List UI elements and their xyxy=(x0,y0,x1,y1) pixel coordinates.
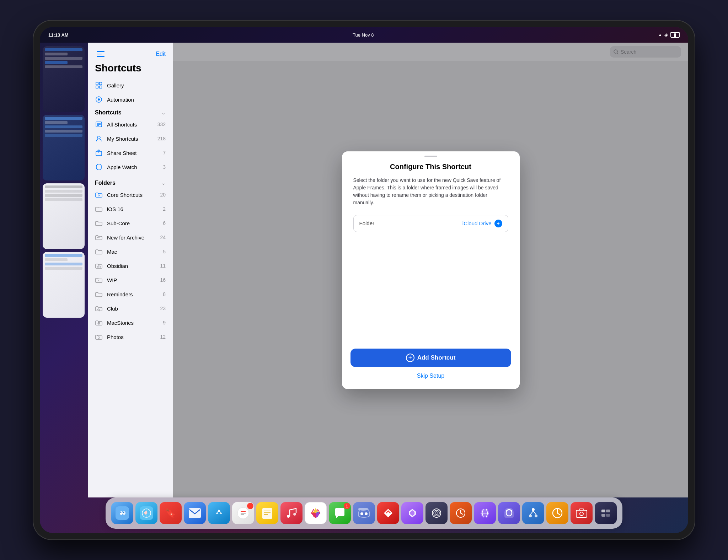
macstories-count: 9 xyxy=(163,320,166,325)
dock-app-mastodon[interactable] xyxy=(498,502,520,524)
dock-app-rottenshot[interactable] xyxy=(571,502,593,524)
dock-app-time-machine[interactable] xyxy=(450,502,472,524)
apple-watch-icon xyxy=(95,163,103,171)
folder-label: Folder xyxy=(359,220,375,226)
svg-rect-2 xyxy=(97,56,105,57)
dock-app-notes[interactable] xyxy=(256,502,278,524)
svg-rect-26 xyxy=(100,266,101,268)
photos-folder-label: Photos xyxy=(107,334,156,340)
svg-line-66 xyxy=(533,511,536,515)
edit-button[interactable]: Edit xyxy=(156,51,166,57)
dock-app-shortcuts[interactable] xyxy=(474,502,496,524)
dock-app-music[interactable] xyxy=(280,502,303,524)
dock-app-photos[interactable] xyxy=(305,502,327,524)
skip-setup-button[interactable]: Skip Setup xyxy=(350,371,511,381)
svg-point-34 xyxy=(120,511,123,515)
folders-section-title: Folders xyxy=(95,180,116,186)
all-shortcuts-count: 332 xyxy=(157,122,166,127)
sidebar-item-club[interactable]: Club 23 xyxy=(88,301,173,316)
my-shortcuts-label: My Shortcuts xyxy=(107,136,153,142)
all-shortcuts-icon xyxy=(95,120,103,128)
svg-point-69 xyxy=(580,512,583,516)
core-shortcuts-icon xyxy=(95,191,103,199)
sidebar-item-all-shortcuts[interactable]: All Shortcuts 332 xyxy=(88,117,173,131)
wip-label: WIP xyxy=(107,277,156,283)
dock: 🔖 xyxy=(106,497,622,529)
dock-app-mail[interactable] xyxy=(184,502,206,524)
sidebar-item-sub-core[interactable]: Sub-Core 6 xyxy=(88,216,173,230)
svg-rect-70 xyxy=(601,510,605,512)
dock-app-reeder[interactable] xyxy=(377,502,399,524)
sidebar-item-automation[interactable]: Automation xyxy=(88,92,173,107)
sidebar-item-photos-folder[interactable]: Photos 12 xyxy=(88,330,173,344)
modal-spacer xyxy=(353,241,508,340)
svg-point-54 xyxy=(360,512,363,515)
sidebar-item-core-shortcuts[interactable]: Core Shortcuts 20 xyxy=(88,188,173,202)
dock-app-goodlinks[interactable]: 🔖 xyxy=(160,502,182,524)
sidebar-item-new-archive[interactable]: New for Archive 24 xyxy=(88,230,173,244)
photos-folder-count: 12 xyxy=(160,334,166,340)
svg-point-20 xyxy=(98,195,100,196)
dock-app-safari[interactable] xyxy=(135,502,157,524)
apple-watch-label: Apple Watch xyxy=(107,164,159,170)
sidebar-item-my-shortcuts[interactable]: My Shortcuts 218 xyxy=(88,131,173,146)
dock-app-discord[interactable] xyxy=(353,502,375,524)
sidebar-item-macstories[interactable]: MacStories 9 xyxy=(88,316,173,330)
gallery-icon xyxy=(95,81,103,89)
svg-rect-3 xyxy=(96,82,98,85)
svg-point-63 xyxy=(529,515,532,517)
dock-app-touch-id[interactable] xyxy=(425,502,448,524)
automation-icon xyxy=(95,96,103,103)
folders-section-header: Folders ⌄ xyxy=(88,177,173,188)
svg-rect-22 xyxy=(98,237,99,238)
add-shortcut-circle-icon: + xyxy=(406,354,414,362)
add-shortcut-button[interactable]: + Add Shortcut xyxy=(350,349,511,367)
svg-point-62 xyxy=(532,508,535,511)
dock-app-appstore[interactable] xyxy=(208,502,230,524)
ios16-count: 2 xyxy=(163,206,166,212)
macstories-icon xyxy=(95,319,103,327)
svg-rect-6 xyxy=(100,86,102,88)
sub-core-label: Sub-Core xyxy=(107,220,159,226)
status-indicators: ▲ ◈ ▮ xyxy=(658,32,680,38)
svg-rect-21 xyxy=(97,237,98,238)
folder-plus-icon[interactable]: + xyxy=(494,220,502,227)
sidebar-item-obsidian[interactable]: Obsidian 11 xyxy=(88,259,173,273)
sidebar-item-wip[interactable]: WIP 16 xyxy=(88,273,173,287)
gallery-label: Gallery xyxy=(107,82,166,88)
sidebar-item-reminders[interactable]: Reminders 8 xyxy=(88,287,173,301)
mac-folder-icon xyxy=(95,248,103,255)
svg-rect-1 xyxy=(97,54,102,54)
ipad-screen: 11:13 AM Tue Nov 8 ▲ ◈ ▮ xyxy=(40,27,688,533)
svg-rect-72 xyxy=(601,514,605,517)
folders-chevron-icon: ⌄ xyxy=(161,180,166,186)
my-shortcuts-count: 218 xyxy=(157,136,166,141)
sidebar-collapse-button[interactable] xyxy=(95,48,106,60)
mac-count: 5 xyxy=(163,249,166,254)
svg-rect-15 xyxy=(96,165,101,169)
sidebar-item-gallery[interactable]: Gallery xyxy=(88,78,173,92)
dock-app-reminders[interactable] xyxy=(232,502,254,524)
obsidian-count: 11 xyxy=(160,263,166,269)
sidebar-item-ios16[interactable]: iOS 16 2 xyxy=(88,202,173,216)
dock-app-sourcetree[interactable] xyxy=(522,502,544,524)
dock-app-overflow[interactable] xyxy=(595,502,617,524)
dock-app-messages[interactable]: 1 xyxy=(329,502,351,524)
shortcuts-section-title: Shortcuts xyxy=(95,109,122,116)
folders-section: Folders ⌄ Core Shortcuts 20 xyxy=(88,177,173,347)
folder-value-text: iCloud Drive xyxy=(462,220,492,226)
apple-watch-count: 3 xyxy=(163,164,166,170)
sidebar-item-apple-watch[interactable]: Apple Watch 3 xyxy=(88,160,173,174)
dock-app-timing[interactable] xyxy=(546,502,568,524)
obsidian-label: Obsidian xyxy=(107,263,156,269)
new-archive-count: 24 xyxy=(160,235,166,240)
recent-app-1 xyxy=(43,46,85,112)
svg-rect-23 xyxy=(100,237,100,238)
folder-value-button[interactable]: iCloud Drive + xyxy=(462,220,502,227)
dock-app-craft[interactable] xyxy=(401,502,423,524)
sidebar-item-mac[interactable]: Mac 5 xyxy=(88,244,173,259)
sidebar-title: Shortcuts xyxy=(88,63,173,78)
shortcuts-section-header: Shortcuts ⌄ xyxy=(88,107,173,117)
sidebar-item-share-sheet[interactable]: Share Sheet 7 xyxy=(88,146,173,160)
dock-app-finder[interactable] xyxy=(111,502,133,524)
